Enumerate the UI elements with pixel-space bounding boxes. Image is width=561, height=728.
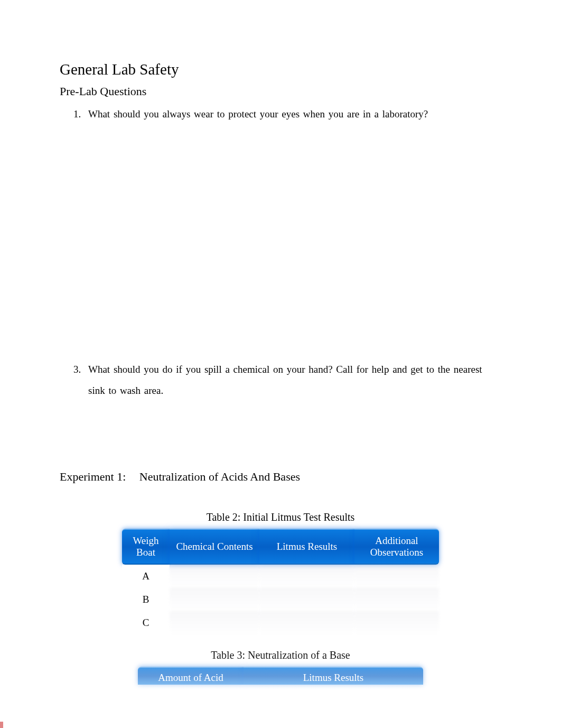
table2-header-chemical: Chemical Contents: [170, 529, 259, 565]
table2-header-litmus: Litmus Results: [259, 529, 354, 565]
table2-header-row: Weigh Boat Chemical Contents Litmus Resu…: [122, 529, 439, 565]
cell-chemical: [170, 611, 259, 634]
cell-observations: [354, 611, 439, 634]
question-text: What should you do if you spill a chemic…: [88, 359, 501, 401]
cell-litmus: [259, 611, 354, 634]
section-title: Pre-Lab Questions: [60, 85, 501, 98]
cell-litmus: [259, 565, 354, 588]
main-title: General Lab Safety: [60, 61, 501, 78]
table3: Amount of Acid Litmus Results: [138, 667, 423, 685]
table-row: A: [122, 565, 439, 588]
table2-title: Table 2: Initial Litmus Test Results: [60, 511, 501, 523]
question-text: What should you always wear to protect y…: [88, 104, 501, 125]
table-row: C: [122, 611, 439, 634]
table3-header-row: Amount of Acid Litmus Results: [138, 667, 423, 685]
table2: Weigh Boat Chemical Contents Litmus Resu…: [122, 529, 439, 634]
table3-wrap: Amount of Acid Litmus Results: [138, 667, 423, 685]
table3-header-amount-acid: Amount of Acid: [138, 667, 244, 685]
question-list-continued: 3. What should you do if you spill a che…: [60, 359, 501, 401]
table2-header-weighboat: Weigh Boat: [122, 529, 170, 565]
cell-litmus: [259, 588, 354, 611]
experiment-title: Experiment 1: Neutralization of Acids An…: [60, 470, 501, 484]
cell-chemical: [170, 565, 259, 588]
cell-observations: [354, 565, 439, 588]
experiment-label: Experiment 1:: [60, 470, 126, 484]
cell-observations: [354, 588, 439, 611]
experiment-name: Neutralization of Acids And Bases: [139, 470, 300, 483]
question-list: 1. What should you always wear to protec…: [60, 104, 501, 125]
table3-header-litmus: Litmus Results: [244, 667, 423, 685]
table2-wrap: Weigh Boat Chemical Contents Litmus Resu…: [122, 529, 439, 634]
question-1: 1. What should you always wear to protec…: [73, 104, 501, 125]
blank-space: [60, 129, 501, 359]
cell-weighboat: A: [122, 565, 170, 588]
question-3: 3. What should you do if you spill a che…: [73, 359, 501, 401]
cell-weighboat: C: [122, 611, 170, 634]
document-page: General Lab Safety Pre-Lab Questions 1. …: [0, 0, 561, 685]
question-number: 3.: [73, 359, 88, 401]
table2-header-observations: Additional Observations: [354, 529, 439, 565]
page-corner-indicator: [0, 722, 3, 728]
table3-title: Table 3: Neutralization of a Base: [60, 649, 501, 661]
question-number: 1.: [73, 104, 88, 125]
cell-chemical: [170, 588, 259, 611]
cell-weighboat: B: [122, 588, 170, 611]
table-row: B: [122, 588, 439, 611]
